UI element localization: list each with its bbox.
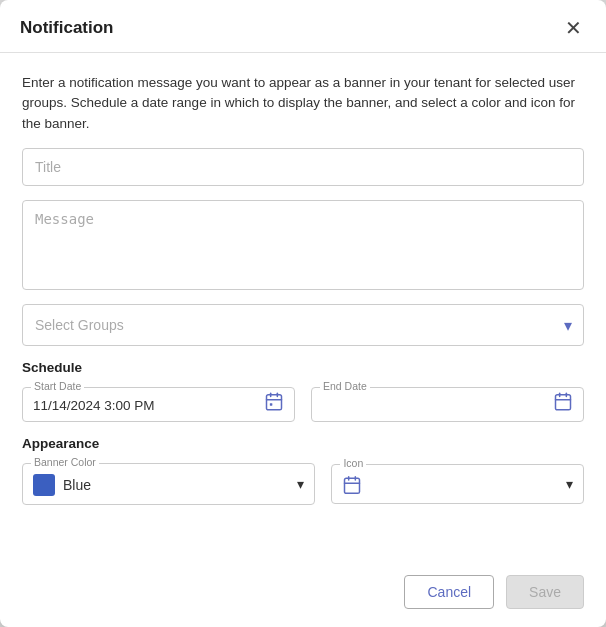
schedule-label: Schedule — [22, 360, 584, 375]
modal-title: Notification — [20, 18, 114, 38]
modal-body: Enter a notification message you want to… — [0, 53, 606, 563]
select-groups[interactable]: Select Groups — [22, 304, 584, 346]
appearance-row: Banner Color Blue ▾ Icon — [22, 463, 584, 505]
cancel-button[interactable]: Cancel — [404, 575, 494, 609]
save-button[interactable]: Save — [506, 575, 584, 609]
calendar-icon-appearance — [342, 475, 362, 495]
color-swatch — [33, 474, 55, 496]
svg-rect-9 — [345, 478, 360, 493]
banner-color-value: Blue — [33, 470, 278, 498]
icon-wrapper[interactable]: Icon ▾ — [331, 464, 584, 504]
description-text: Enter a notification message you want to… — [22, 73, 584, 134]
banner-color-wrapper[interactable]: Banner Color Blue ▾ — [22, 463, 315, 505]
appearance-label: Appearance — [22, 436, 584, 451]
message-input[interactable] — [22, 200, 584, 290]
date-row: Start Date 11/14/2024 3:00 PM End Date — [22, 387, 584, 422]
end-date-wrapper: End Date — [311, 387, 584, 422]
start-date-wrapper: Start Date 11/14/2024 3:00 PM — [22, 387, 295, 422]
svg-rect-4 — [270, 403, 273, 406]
modal-header: Notification ✕ — [0, 0, 606, 53]
icon-value — [342, 471, 547, 497]
start-date-value: 11/14/2024 3:00 PM — [33, 394, 254, 415]
calendar-icon-start[interactable] — [264, 392, 284, 417]
schedule-section: Schedule Start Date 11/14/2024 3:00 PM — [22, 360, 584, 422]
svg-rect-5 — [556, 395, 571, 410]
start-date-label: Start Date — [31, 380, 84, 392]
icon-chevron-icon: ▾ — [566, 476, 573, 492]
icon-field-label: Icon — [340, 457, 366, 469]
svg-rect-0 — [267, 395, 282, 410]
appearance-section: Appearance Banner Color Blue ▾ Icon — [22, 436, 584, 505]
groups-select-wrapper: Select Groups ▾ — [22, 304, 584, 346]
close-button[interactable]: ✕ — [561, 16, 586, 40]
modal-footer: Cancel Save — [0, 563, 606, 627]
banner-color-label: Banner Color — [31, 456, 99, 468]
notification-modal: Notification ✕ Enter a notification mess… — [0, 0, 606, 627]
end-date-label: End Date — [320, 380, 370, 392]
end-date-value — [322, 394, 543, 400]
color-text: Blue — [63, 477, 91, 493]
title-input[interactable] — [22, 148, 584, 186]
calendar-icon-end[interactable] — [553, 392, 573, 417]
banner-color-chevron-icon: ▾ — [297, 476, 304, 492]
